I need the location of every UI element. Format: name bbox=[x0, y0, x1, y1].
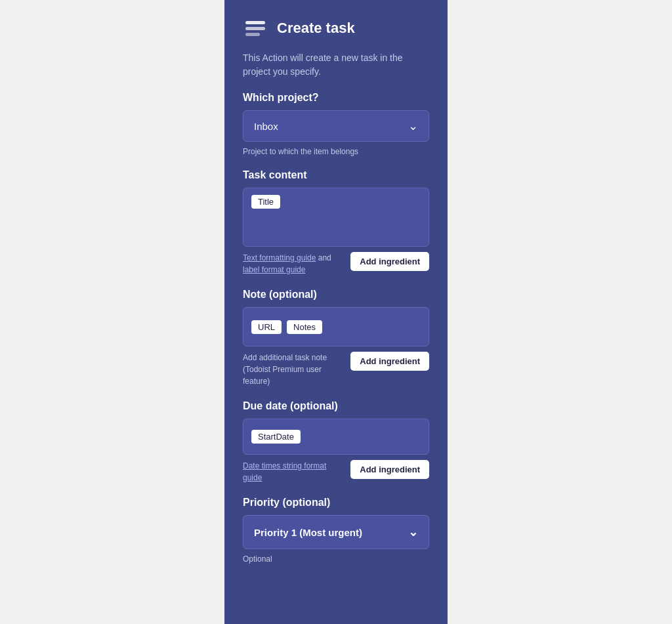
note-hint: Add additional task note (Todoist Premiu… bbox=[243, 352, 345, 387]
project-section: Which project? Inbox ⌄ Project to which … bbox=[243, 92, 429, 156]
due-date-label: Due date (optional) bbox=[243, 400, 429, 412]
header-description: This Action will create a new task in th… bbox=[243, 51, 429, 79]
date-times-link[interactable]: Date times string format guide bbox=[243, 461, 326, 482]
task-content-hint: Text formatting guide and label format g… bbox=[243, 252, 345, 276]
project-selected-value: Inbox bbox=[254, 121, 278, 132]
title-pill: Title bbox=[251, 195, 280, 209]
header: Create task bbox=[243, 16, 429, 41]
page-title: Create task bbox=[277, 20, 355, 37]
note-section: Note (optional) URL Notes Add additional… bbox=[243, 289, 429, 387]
due-date-input[interactable]: StartDate bbox=[243, 419, 429, 455]
note-section-label: Note (optional) bbox=[243, 289, 429, 301]
svg-rect-1 bbox=[245, 27, 265, 30]
url-pill: URL bbox=[251, 320, 282, 334]
svg-rect-2 bbox=[245, 33, 260, 36]
priority-chevron-down-icon: ⌄ bbox=[408, 525, 418, 539]
startdate-pill: StartDate bbox=[251, 430, 301, 444]
due-date-hint: Date times string format guide bbox=[243, 460, 345, 484]
chevron-down-icon: ⌄ bbox=[408, 119, 418, 133]
note-add-btn[interactable]: Add ingredient bbox=[350, 352, 429, 371]
note-input[interactable]: URL Notes bbox=[243, 307, 429, 346]
due-date-add-btn[interactable]: Add ingredient bbox=[350, 460, 429, 479]
due-date-action-row: Date times string format guide Add ingre… bbox=[243, 460, 429, 484]
label-format-link[interactable]: label format guide bbox=[243, 265, 305, 274]
priority-hint: Optional bbox=[243, 554, 429, 564]
project-hint: Project to which the item belongs bbox=[243, 147, 429, 156]
note-action-row: Add additional task note (Todoist Premiu… bbox=[243, 352, 429, 387]
text-formatting-link[interactable]: Text formatting guide bbox=[243, 253, 316, 262]
page-wrapper: Create task This Action will create a ne… bbox=[0, 0, 672, 624]
task-content-add-btn[interactable]: Add ingredient bbox=[350, 252, 429, 271]
panel: Create task This Action will create a ne… bbox=[224, 0, 448, 624]
priority-dropdown[interactable]: Priority 1 (Most urgent) ⌄ bbox=[243, 515, 429, 549]
priority-section: Priority (optional) Priority 1 (Most urg… bbox=[243, 497, 429, 564]
notes-pill: Notes bbox=[287, 320, 322, 334]
svg-rect-0 bbox=[245, 21, 265, 24]
task-content-input[interactable]: Title bbox=[243, 188, 429, 247]
task-content-label: Task content bbox=[243, 169, 429, 181]
task-content-section: Task content Title Text formatting guide… bbox=[243, 169, 429, 276]
app-logo-icon bbox=[243, 16, 268, 41]
priority-label: Priority (optional) bbox=[243, 497, 429, 509]
project-section-label: Which project? bbox=[243, 92, 429, 104]
priority-selected-value: Priority 1 (Most urgent) bbox=[254, 527, 362, 538]
project-dropdown[interactable]: Inbox ⌄ bbox=[243, 110, 429, 142]
task-content-action-row: Text formatting guide and label format g… bbox=[243, 252, 429, 276]
due-date-section: Due date (optional) StartDate Date times… bbox=[243, 400, 429, 484]
